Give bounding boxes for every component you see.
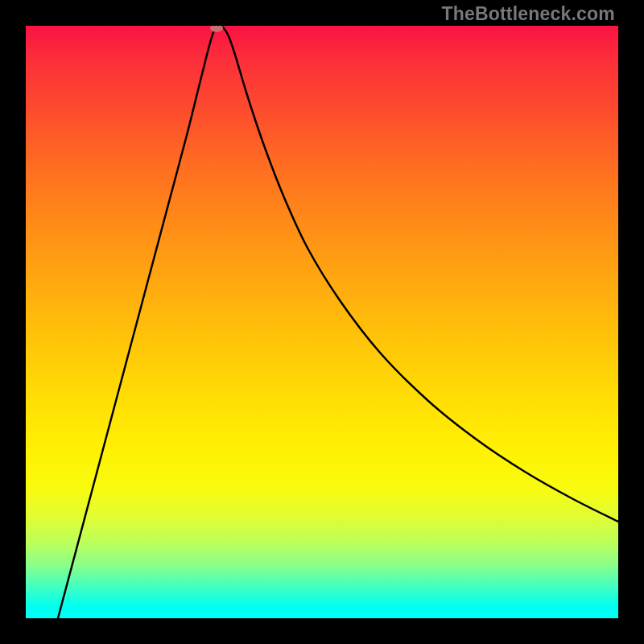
plot-area (26, 26, 618, 618)
chart-frame: TheBottleneck.com (0, 0, 644, 644)
watermark-text: TheBottleneck.com (441, 3, 615, 25)
bottleneck-curve (26, 26, 618, 618)
